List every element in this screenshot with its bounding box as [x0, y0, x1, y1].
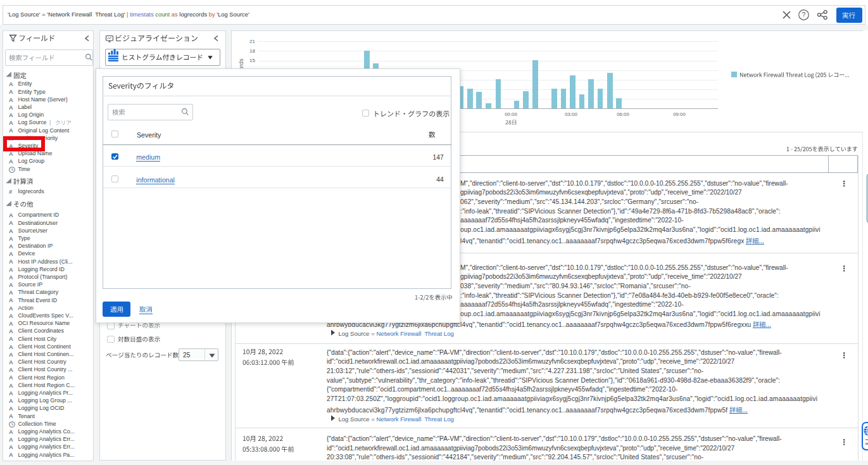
- svg-text:?: ?: [802, 11, 806, 18]
